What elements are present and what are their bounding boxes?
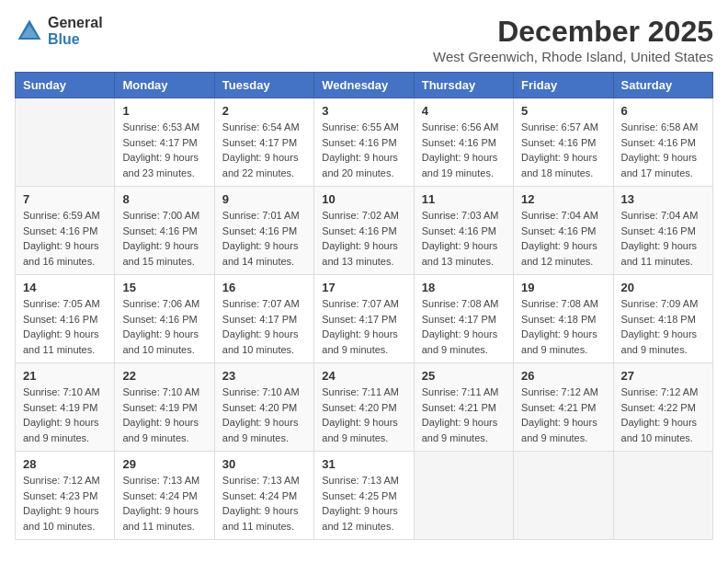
sunset-text: Sunset: 4:16 PM (521, 225, 596, 236)
sunset-text: Sunset: 4:16 PM (122, 225, 197, 236)
calendar-cell: 6 Sunrise: 6:58 AM Sunset: 4:16 PM Dayli… (613, 98, 712, 187)
sunrise-text: Sunrise: 7:13 AM (322, 475, 399, 486)
calendar-cell: 31 Sunrise: 7:13 AM Sunset: 4:25 PM Dayl… (314, 452, 414, 540)
daylight-text: Daylight: 9 hours and 11 minutes. (621, 240, 698, 267)
calendar-cell: 19 Sunrise: 7:08 AM Sunset: 4:18 PM Dayl… (514, 275, 613, 363)
sunrise-text: Sunrise: 6:56 AM (422, 121, 499, 132)
calendar-week-row: 21 Sunrise: 7:10 AM Sunset: 4:19 PM Dayl… (16, 363, 713, 452)
sunrise-text: Sunrise: 7:13 AM (122, 475, 199, 486)
sunrise-text: Sunrise: 7:07 AM (222, 298, 300, 309)
calendar-cell: 14 Sunrise: 7:05 AM Sunset: 4:16 PM Dayl… (16, 275, 115, 363)
sunset-text: Sunset: 4:16 PM (23, 225, 97, 236)
day-info: Sunrise: 7:11 AM Sunset: 4:21 PM Dayligh… (422, 385, 506, 445)
sunrise-text: Sunrise: 7:04 AM (521, 210, 598, 221)
daylight-text: Daylight: 9 hours and 11 minutes. (222, 505, 299, 532)
day-number: 11 (422, 192, 506, 206)
daylight-text: Daylight: 9 hours and 18 minutes. (521, 152, 597, 178)
calendar-cell (16, 98, 115, 187)
sunset-text: Sunset: 4:17 PM (122, 137, 197, 148)
calendar-cell: 4 Sunrise: 6:56 AM Sunset: 4:16 PM Dayli… (414, 98, 513, 187)
daylight-text: Daylight: 9 hours and 14 minutes. (222, 240, 299, 267)
day-info: Sunrise: 7:05 AM Sunset: 4:16 PM Dayligh… (23, 296, 107, 357)
day-number: 10 (322, 192, 405, 206)
calendar-table: SundayMondayTuesdayWednesdayThursdayFrid… (15, 72, 713, 540)
sunrise-text: Sunrise: 7:12 AM (23, 475, 100, 486)
month-title: December 2025 (433, 15, 713, 49)
calendar-cell: 10 Sunrise: 7:02 AM Sunset: 4:16 PM Dayl… (314, 187, 414, 275)
calendar-cell (514, 452, 613, 540)
day-number: 27 (621, 369, 705, 383)
day-number: 29 (122, 457, 206, 471)
title-area: December 2025 West Greenwich, Rhode Isla… (433, 15, 713, 64)
day-info: Sunrise: 7:12 AM Sunset: 4:21 PM Dayligh… (521, 385, 605, 445)
day-info: Sunrise: 6:53 AM Sunset: 4:17 PM Dayligh… (122, 120, 206, 180)
calendar-cell: 18 Sunrise: 7:08 AM Sunset: 4:17 PM Dayl… (414, 275, 513, 363)
sunrise-text: Sunrise: 7:08 AM (422, 298, 499, 309)
day-info: Sunrise: 7:11 AM Sunset: 4:20 PM Dayligh… (322, 385, 405, 445)
sunrise-text: Sunrise: 7:13 AM (222, 475, 300, 486)
sunset-text: Sunset: 4:16 PM (621, 225, 696, 236)
day-info: Sunrise: 7:03 AM Sunset: 4:16 PM Dayligh… (422, 208, 506, 269)
day-info: Sunrise: 6:59 AM Sunset: 4:16 PM Dayligh… (23, 208, 107, 269)
calendar-cell: 15 Sunrise: 7:06 AM Sunset: 4:16 PM Dayl… (115, 275, 214, 363)
day-number: 7 (23, 192, 107, 206)
calendar-cell: 8 Sunrise: 7:00 AM Sunset: 4:16 PM Dayli… (115, 187, 214, 275)
sunset-text: Sunset: 4:25 PM (322, 490, 396, 501)
daylight-text: Daylight: 9 hours and 10 minutes. (222, 328, 299, 355)
daylight-text: Daylight: 9 hours and 23 minutes. (122, 152, 199, 178)
sunrise-text: Sunrise: 7:04 AM (621, 210, 699, 221)
sunrise-text: Sunrise: 7:11 AM (422, 386, 499, 397)
logo-icon (15, 17, 44, 46)
calendar-cell: 26 Sunrise: 7:12 AM Sunset: 4:21 PM Dayl… (514, 363, 613, 452)
day-number: 6 (621, 104, 705, 118)
location-subtitle: West Greenwich, Rhode Island, United Sta… (433, 49, 713, 64)
day-number: 24 (322, 369, 405, 383)
calendar-cell: 24 Sunrise: 7:11 AM Sunset: 4:20 PM Dayl… (314, 363, 414, 452)
sunset-text: Sunset: 4:18 PM (621, 314, 696, 325)
weekday-header: Saturday (613, 73, 712, 98)
daylight-text: Daylight: 9 hours and 9 minutes. (422, 417, 498, 443)
day-number: 16 (222, 281, 306, 294)
daylight-text: Daylight: 9 hours and 15 minutes. (122, 240, 199, 267)
day-info: Sunrise: 6:55 AM Sunset: 4:16 PM Dayligh… (322, 120, 405, 180)
sunset-text: Sunset: 4:18 PM (521, 314, 596, 325)
calendar-cell: 9 Sunrise: 7:01 AM Sunset: 4:16 PM Dayli… (214, 187, 313, 275)
daylight-text: Daylight: 9 hours and 22 minutes. (222, 152, 299, 178)
daylight-text: Daylight: 9 hours and 9 minutes. (122, 417, 199, 443)
day-info: Sunrise: 7:12 AM Sunset: 4:23 PM Dayligh… (23, 473, 107, 534)
calendar-cell: 20 Sunrise: 7:09 AM Sunset: 4:18 PM Dayl… (613, 275, 712, 363)
sunset-text: Sunset: 4:20 PM (322, 402, 396, 413)
daylight-text: Daylight: 9 hours and 9 minutes. (621, 328, 698, 355)
sunset-text: Sunset: 4:16 PM (322, 137, 396, 148)
day-number: 20 (621, 281, 705, 294)
day-number: 13 (621, 192, 705, 206)
sunrise-text: Sunrise: 7:09 AM (621, 298, 699, 309)
calendar-cell: 7 Sunrise: 6:59 AM Sunset: 4:16 PM Dayli… (16, 187, 115, 275)
sunrise-text: Sunrise: 6:53 AM (122, 121, 199, 132)
day-number: 22 (122, 369, 206, 383)
day-number: 4 (422, 104, 506, 118)
day-info: Sunrise: 7:09 AM Sunset: 4:18 PM Dayligh… (621, 296, 705, 357)
sunrise-text: Sunrise: 7:10 AM (222, 386, 300, 397)
day-info: Sunrise: 7:04 AM Sunset: 4:16 PM Dayligh… (521, 208, 605, 269)
calendar-week-row: 14 Sunrise: 7:05 AM Sunset: 4:16 PM Dayl… (16, 275, 713, 363)
day-info: Sunrise: 6:56 AM Sunset: 4:16 PM Dayligh… (422, 120, 506, 180)
calendar-cell: 5 Sunrise: 6:57 AM Sunset: 4:16 PM Dayli… (514, 98, 613, 187)
day-number: 18 (422, 281, 506, 294)
calendar-cell: 11 Sunrise: 7:03 AM Sunset: 4:16 PM Dayl… (414, 187, 513, 275)
day-info: Sunrise: 7:07 AM Sunset: 4:17 PM Dayligh… (322, 296, 405, 357)
sunrise-text: Sunrise: 7:05 AM (23, 298, 100, 309)
daylight-text: Daylight: 9 hours and 10 minutes. (23, 505, 99, 532)
sunrise-text: Sunrise: 7:11 AM (322, 386, 399, 397)
sunset-text: Sunset: 4:16 PM (23, 314, 97, 325)
calendar-cell: 3 Sunrise: 6:55 AM Sunset: 4:16 PM Dayli… (314, 98, 414, 187)
sunset-text: Sunset: 4:17 PM (422, 314, 496, 325)
sunset-text: Sunset: 4:20 PM (222, 402, 297, 413)
daylight-text: Daylight: 9 hours and 19 minutes. (422, 152, 498, 178)
logo: General Blue (15, 15, 103, 47)
day-number: 30 (222, 457, 306, 471)
day-number: 17 (322, 281, 405, 294)
sunrise-text: Sunrise: 7:06 AM (122, 298, 199, 309)
sunset-text: Sunset: 4:21 PM (521, 402, 596, 413)
sunset-text: Sunset: 4:16 PM (621, 137, 696, 148)
